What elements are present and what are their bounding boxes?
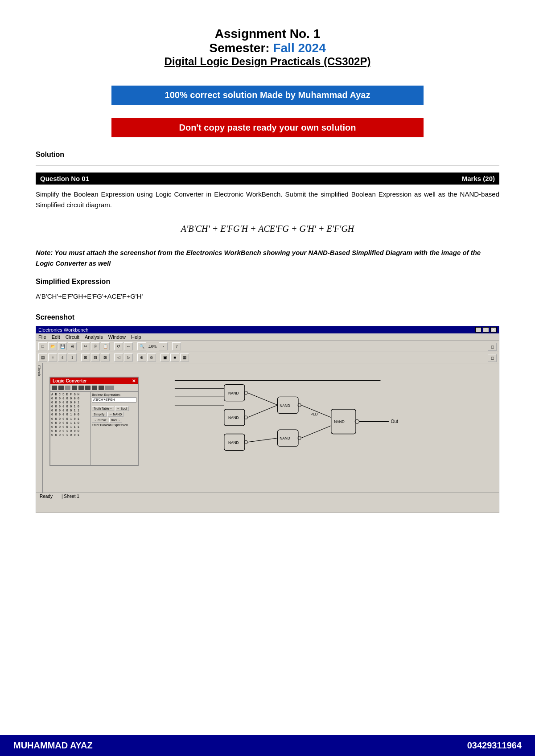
screenshot-label: Screenshot — [36, 313, 499, 321]
gate-4-label: NAND — [228, 440, 239, 445]
tb2-btn9[interactable]: ▷ — [124, 353, 133, 362]
gate-out-label: NAND — [334, 419, 345, 424]
tb2-btn3[interactable]: 4 — [58, 353, 67, 362]
footer: MUHAMMAD AYAZ 03429311964 — [0, 735, 535, 756]
print-btn[interactable]: 🖨 — [68, 342, 77, 350]
menu-help[interactable]: Help — [131, 334, 141, 340]
wb-statusbar: Ready | Sheet 1 — [36, 493, 499, 500]
gate-5-label: NAND — [280, 436, 290, 440]
panel-label: Circuit — [37, 365, 41, 376]
lp-in-out — [105, 386, 114, 390]
wire-4 — [247, 438, 277, 442]
lp-bool-btn[interactable]: → Bool — [115, 406, 129, 411]
lp-row-5: 0 0 0 0 0 1 0 0 — [51, 413, 89, 417]
flip-btn[interactable]: ↔ — [124, 342, 133, 350]
cut-btn[interactable]: ✂ — [81, 342, 90, 350]
maximize-button[interactable]: □ — [483, 327, 489, 333]
save-btn[interactable]: 💾 — [58, 342, 67, 350]
lp-header-row: A B C D E F G H — [51, 393, 89, 397]
tb2-btn14[interactable]: ▦ — [180, 353, 189, 362]
lp-truth-btn[interactable]: Truth Table→ — [92, 406, 114, 411]
tb2-btn10[interactable]: ⊕ — [137, 353, 146, 362]
wire-2 — [247, 405, 277, 418]
status-ready: Ready — [40, 494, 53, 499]
tb2-btn6[interactable]: ⊟ — [91, 353, 100, 362]
lp-icon-7 — [92, 386, 97, 390]
new-btn[interactable]: □ — [38, 342, 47, 350]
lp-row-10: 0 0 0 0 1 0 0 1 — [51, 433, 89, 437]
lp-circuit-btn[interactable]: → Circuit — [92, 418, 108, 423]
tb2-btn4[interactable]: 1 — [68, 353, 77, 362]
lp-bool-circ-btn[interactable]: Bool→ — [109, 418, 122, 423]
lp-icon-1 — [52, 386, 57, 390]
help-btn[interactable]: ? — [172, 342, 181, 350]
circuit-diagram-area: NAND NAND NAND NAND — [143, 372, 494, 479]
lp-row-4: 0 0 0 0 0 0 1 1 — [51, 409, 89, 413]
gate-1-label: NAND — [228, 391, 239, 395]
question-description: Simplify the Boolean Expression using Lo… — [36, 189, 499, 210]
tb2-btn7[interactable]: ⊠ — [101, 353, 110, 362]
close-button[interactable]: ✕ — [490, 327, 497, 333]
lp-icon-3 — [65, 386, 70, 390]
menu-circuit[interactable]: Circuit — [66, 334, 79, 340]
lp-note: Enter Boolean Expression — [92, 423, 136, 427]
lp-icon-2 — [58, 386, 64, 390]
lp-row-7: 0 0 0 0 0 1 1 0 — [51, 421, 89, 425]
lp-nand-btn[interactable]: → NAND — [107, 412, 124, 417]
menu-file[interactable]: File — [38, 334, 46, 340]
menu-analysis[interactable]: Analysis — [85, 334, 103, 340]
lp-icon-4 — [72, 386, 77, 390]
wb-main-canvas[interactable]: Logic Converter ✕ — [43, 363, 499, 493]
wb-toolbar-1: □ 📂 💾 🖨 ✂ ⎘ 📋 ↺ ↔ 🔍 48% - ? ◻ — [36, 341, 499, 352]
gate-2-label: NAND — [228, 415, 239, 420]
menu-edit[interactable]: Edit — [52, 334, 60, 340]
solution-label: Solution — [36, 151, 499, 159]
corner-btn-2[interactable]: ◻ — [488, 354, 497, 362]
simplified-expression: A'B'CH'+E'F'GH+E'FG'+ACE'F+G'H' — [36, 292, 499, 300]
lp-expr-display: A'B'CH'+E'FGH — [92, 397, 136, 403]
tb2-btn1[interactable]: ▤ — [38, 353, 47, 362]
lp-icons-row — [50, 384, 138, 392]
question-number: Question No 01 — [40, 175, 89, 182]
logic-converter-panel[interactable]: Logic Converter ✕ — [49, 377, 139, 466]
tb2-btn11[interactable]: ⊙ — [147, 353, 156, 362]
menu-window[interactable]: Window — [108, 334, 126, 340]
tb2-btn2[interactable]: ≡ — [48, 353, 57, 362]
wire-5 — [301, 426, 331, 438]
corner-btn[interactable]: ◻ — [488, 343, 497, 351]
tb2-btn13[interactable]: ■ — [170, 353, 179, 362]
wb-title-buttons: _ □ ✕ — [475, 327, 497, 333]
paste-btn[interactable]: 📋 — [101, 342, 110, 350]
tb2-btn5[interactable]: ⊞ — [81, 353, 90, 362]
status-sheet: | Sheet 1 — [62, 494, 79, 499]
zoom-in-btn[interactable]: 🔍 — [137, 342, 146, 350]
footer-name: MUHAMMAD AYAZ — [13, 740, 93, 751]
lp-simplify-btn[interactable]: Simplify — [92, 412, 107, 417]
tb2-btn12[interactable]: ▣ — [160, 353, 169, 362]
note-text: Note: You must attach the screenshot fro… — [36, 247, 499, 269]
lp-title-bar: Logic Converter ✕ — [50, 378, 138, 384]
lp-body: A B C D E F G H 0 0 0 0 0 0 0 0 0 0 0 0 … — [50, 392, 138, 465]
minimize-button[interactable]: _ — [475, 327, 482, 333]
copy-btn[interactable]: ⎘ — [91, 342, 100, 350]
gate-3-label: NAND — [280, 403, 290, 408]
simplified-label: Simplified Expression — [36, 278, 499, 286]
rotate-btn[interactable]: ↺ — [114, 342, 123, 350]
lp-truth-table: A B C D E F G H 0 0 0 0 0 0 0 0 0 0 0 0 … — [50, 392, 91, 465]
lp-row-3: 0 0 0 0 0 0 1 0 — [51, 405, 89, 409]
lp-row-9: 0 0 0 0 1 0 0 0 — [51, 429, 89, 433]
lp-close[interactable]: ✕ — [132, 378, 136, 383]
zoom-out-btn[interactable]: - — [159, 342, 168, 350]
tb2-btn8[interactable]: ◁ — [114, 353, 123, 362]
lp-row-6: 0 0 0 0 0 1 0 1 — [51, 417, 89, 421]
wb-titlebar: Electronics Workbench _ □ ✕ — [36, 326, 499, 333]
circuit-svg: NAND NAND NAND NAND — [143, 372, 494, 479]
lp-title-text: Logic Converter — [53, 378, 87, 383]
lp-btn-row-1: Truth Table→ → Bool — [92, 406, 136, 411]
lp-btn-row-3: → Circuit Bool→ — [92, 418, 136, 423]
open-btn[interactable]: 📂 — [48, 342, 57, 350]
wb-title: Electronics Workbench — [38, 327, 88, 333]
assignment-title: Assignment No. 1 — [36, 27, 499, 41]
lp-row-8: 0 0 0 0 0 1 1 1 — [51, 425, 89, 429]
lp-icon-6 — [85, 386, 91, 390]
